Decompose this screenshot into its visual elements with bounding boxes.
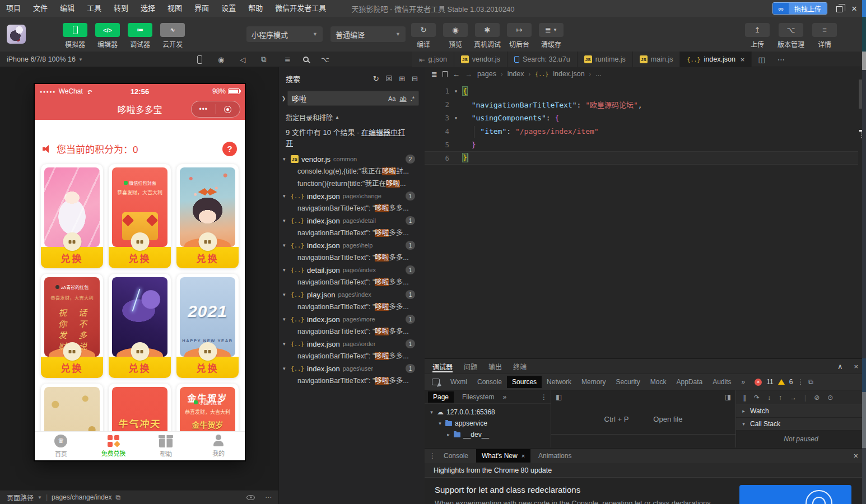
editor-button[interactable]: </>编辑器 bbox=[94, 23, 121, 49]
search-result-file[interactable]: ▾{..}index.jsonpages\detail1 bbox=[279, 214, 425, 227]
close-tab-icon[interactable]: × bbox=[522, 452, 525, 459]
tab-vendor-js[interactable]: JSvendor.js bbox=[454, 52, 508, 67]
close-window-icon[interactable]: × bbox=[851, 4, 857, 13]
drawer-tab-animations[interactable]: Animations bbox=[533, 449, 577, 463]
search-result-match[interactable]: navigationBarTitleText": "哆啦多多... bbox=[279, 301, 425, 313]
terminal-tab[interactable]: 终端 bbox=[513, 359, 527, 374]
show-navigator-icon[interactable]: ◧ bbox=[556, 393, 562, 401]
clear-results-icon[interactable]: ☒ bbox=[386, 74, 393, 83]
search-result-match[interactable]: navigationBarTitleText": "哆啦多多... bbox=[279, 227, 425, 239]
menu-item[interactable]: 转到 bbox=[108, 0, 134, 17]
debugger-button[interactable]: ≔调试器 bbox=[127, 23, 153, 49]
devtools-tab-audits[interactable]: Audits bbox=[707, 376, 736, 388]
help-button[interactable]: ? bbox=[222, 142, 237, 156]
restore-window-icon[interactable] bbox=[836, 6, 842, 12]
menu-item[interactable]: 设置 bbox=[215, 0, 242, 17]
version-control-button[interactable]: ⌥版本管理 bbox=[777, 23, 804, 49]
mute-icon[interactable]: ◁ bbox=[240, 55, 245, 64]
back-icon[interactable]: ← bbox=[453, 70, 460, 78]
devtools-tab-security[interactable]: Security bbox=[611, 376, 645, 388]
step-icon[interactable]: → bbox=[790, 394, 797, 402]
compile-button[interactable]: ↻编译 bbox=[410, 23, 437, 49]
code-line[interactable]: 4 "item": "/pages/index/item" bbox=[425, 124, 866, 138]
problems-tab[interactable]: 问题 bbox=[464, 359, 477, 374]
tab-search-results[interactable]: Search: 32.u7u bbox=[508, 52, 578, 67]
search-result-file[interactable]: ▾{..}detail.jsonpages\index1 bbox=[279, 264, 425, 276]
tree-item-localhost[interactable]: ▾☁127.0.0.1:65368 bbox=[425, 407, 551, 418]
device-selector[interactable]: iPhone 6/7/8 100% 16 ▼ bbox=[7, 52, 83, 67]
close-tab-icon[interactable]: × bbox=[741, 55, 745, 64]
search-result-file[interactable]: ▾JSvendor.jscommon2 bbox=[279, 153, 425, 165]
regex-icon[interactable]: .* bbox=[411, 95, 415, 102]
git-branch-icon[interactable]: ⌥ bbox=[321, 55, 329, 64]
tab-runtime-js[interactable]: JSruntime.js bbox=[578, 52, 633, 67]
search-result-match[interactable]: console.log(e),{title:"我正在哆啦封... bbox=[279, 165, 425, 178]
search-result-match[interactable]: function(){return{title:"我正在哆啦... bbox=[279, 178, 425, 190]
exit-miniprogram-button[interactable] bbox=[216, 106, 240, 113]
open-file-label[interactable]: Open file bbox=[653, 415, 682, 423]
upload-button[interactable]: ↥上传 bbox=[744, 23, 771, 49]
menu-item[interactable]: 微信开发者工具 bbox=[269, 0, 332, 17]
search-result-file[interactable]: ▾{..}index.jsonpages\change1 bbox=[279, 190, 425, 202]
step-over-icon[interactable]: ↷ bbox=[754, 394, 760, 402]
collapse-panel-icon[interactable]: ∧ bbox=[837, 362, 843, 371]
simulator-button[interactable]: 模拟器 bbox=[62, 23, 89, 49]
search-result-match[interactable]: navigationBarTitleText": "哆啦多多... bbox=[279, 276, 425, 288]
menu-item[interactable]: 选择 bbox=[134, 0, 161, 17]
chevron-down-icon[interactable]: ▼ bbox=[38, 495, 42, 500]
devtools-tab-network[interactable]: Network bbox=[542, 376, 576, 388]
devtools-tab-wxml[interactable]: Wxml bbox=[445, 376, 472, 388]
search-result-match[interactable]: navigationBarTitleText": "哆啦多多... bbox=[279, 202, 425, 214]
drawer-tab-whats-new[interactable]: What's New× bbox=[476, 449, 530, 463]
search-result-file[interactable]: ▾{..}play.jsonpages\index1 bbox=[279, 288, 425, 301]
fold-chevron-icon[interactable]: ▾ bbox=[449, 115, 463, 121]
drawer-menu-icon[interactable]: ⋮ bbox=[429, 452, 436, 460]
fold-chevron-icon[interactable]: ▾ bbox=[449, 88, 463, 94]
redemption-card[interactable]: 兑换 bbox=[176, 164, 239, 268]
search-input[interactable] bbox=[292, 94, 325, 102]
code-area[interactable]: 1▾{2 "navigationBarTitleText": "欧皇源码论坛",… bbox=[425, 84, 866, 165]
mode-select[interactable]: 小程序模式 ▼ bbox=[246, 26, 323, 42]
breadcrumb-item[interactable]: pages bbox=[477, 70, 496, 78]
menu-item[interactable]: 编辑 bbox=[54, 0, 81, 17]
overflow-tabs-icon[interactable]: » bbox=[737, 376, 751, 388]
breadcrumb-item[interactable]: index.json bbox=[553, 70, 584, 78]
redemption-card[interactable]: 兑换 bbox=[109, 274, 171, 378]
more-actions-icon[interactable]: ⋯ bbox=[771, 52, 791, 67]
close-drawer-icon[interactable]: × bbox=[854, 451, 862, 460]
overflow-tabs-icon[interactable]: » bbox=[502, 393, 506, 401]
search-result-file[interactable]: ▾{..}index.jsonpages\more1 bbox=[279, 313, 425, 325]
deactivate-breakpoints-icon[interactable]: ⊘ bbox=[814, 394, 820, 402]
redemption-card[interactable]: 金牛贺岁小囧的红包恭喜发财，大吉大利金牛贺岁 bbox=[176, 384, 239, 431]
close-panel-icon[interactable]: × bbox=[854, 362, 858, 371]
match-case-icon[interactable]: Aa bbox=[388, 95, 395, 102]
drawer-tab-console[interactable]: Console bbox=[438, 449, 474, 463]
outline-icon[interactable]: ≣ bbox=[431, 70, 437, 78]
page-tab[interactable]: Page bbox=[428, 391, 454, 403]
phone-tab-help[interactable]: 帮助 bbox=[140, 432, 193, 460]
step-out-icon[interactable]: ↑ bbox=[779, 394, 782, 402]
code-line[interactable]: 2 "navigationBarTitleText": "欧皇源码论坛", bbox=[425, 97, 866, 111]
more-options-button[interactable]: ••• bbox=[192, 105, 216, 113]
output-tab[interactable]: 输出 bbox=[488, 359, 502, 374]
devtools-tab-mock[interactable]: Mock bbox=[645, 376, 672, 388]
avatar[interactable] bbox=[7, 25, 26, 44]
copy-icon[interactable]: ⧉ bbox=[115, 493, 120, 501]
breadcrumb-item[interactable]: index bbox=[508, 70, 524, 78]
search-result-file[interactable]: ▾{..}index.jsonpages\order1 bbox=[279, 338, 425, 350]
preview-button[interactable]: ◉预览 bbox=[442, 23, 469, 49]
code-line[interactable]: 6} bbox=[425, 151, 866, 165]
remote-debug-button[interactable]: ✱真机调试 bbox=[474, 23, 501, 49]
search-result-file[interactable]: ▾{..}index.jsonpages\user1 bbox=[279, 362, 425, 375]
show-debugger-icon[interactable]: ◨ bbox=[725, 393, 731, 401]
devtools-tab-memory[interactable]: Memory bbox=[576, 376, 611, 388]
menu-item[interactable]: 项目 bbox=[0, 0, 27, 17]
redemption-card[interactable]: 微信红包封面恭喜发财，大吉大利兑换 bbox=[109, 164, 171, 268]
clear-cache-button[interactable]: ≣▼清缓存 bbox=[538, 23, 565, 49]
float-window-icon[interactable]: ⧉ bbox=[261, 55, 266, 64]
search-icon[interactable] bbox=[303, 57, 309, 62]
search-result-match[interactable]: navigationBarTitleText": "哆啦多多... bbox=[279, 325, 425, 338]
step-into-icon[interactable]: ↓ bbox=[767, 394, 771, 402]
tab-g-json[interactable]: ⇤g.json bbox=[412, 52, 454, 67]
pane-menu-icon[interactable]: ⋮ bbox=[541, 393, 547, 401]
